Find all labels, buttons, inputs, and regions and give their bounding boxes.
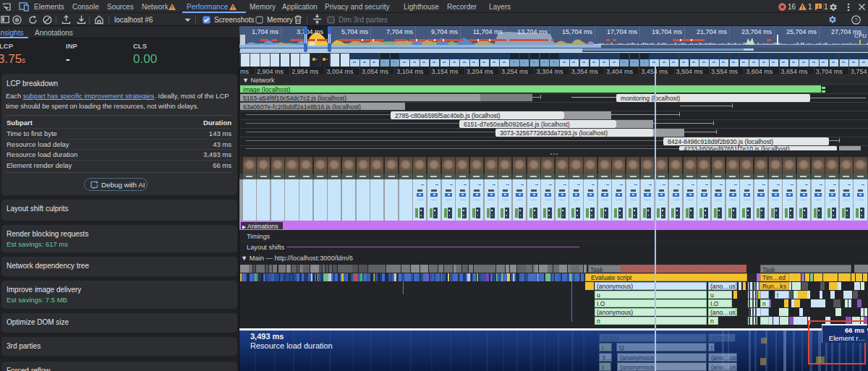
svg-text:?: ? (854, 17, 858, 23)
